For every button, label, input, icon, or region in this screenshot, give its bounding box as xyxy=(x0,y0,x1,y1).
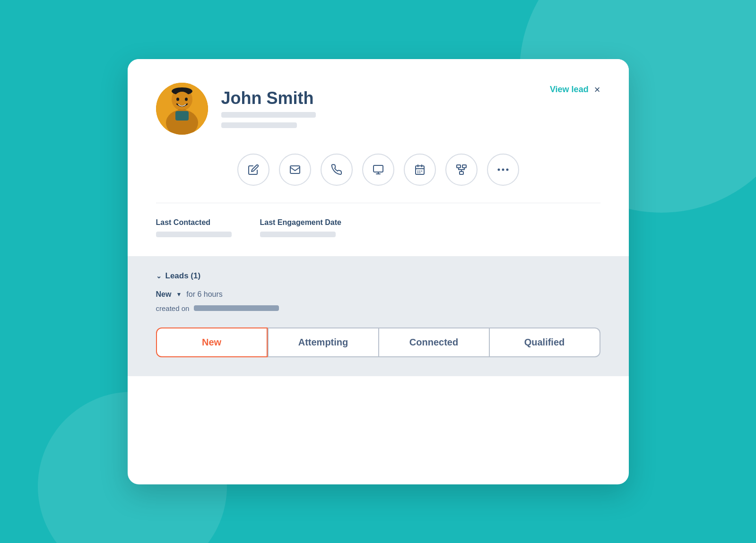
status-buttons-row: New Attempting Connected Qualified xyxy=(156,328,600,357)
contact-detail-1-skeleton xyxy=(221,112,316,118)
email-button[interactable] xyxy=(279,154,311,186)
card-bottom-section: ⌄ Leads (1) New ▼ for 6 hours created on… xyxy=(128,256,629,376)
svg-rect-12 xyxy=(417,171,418,172)
close-button[interactable]: × xyxy=(594,85,600,95)
svg-rect-14 xyxy=(421,171,422,172)
contact-name: John Smith xyxy=(221,89,316,108)
more-button[interactable] xyxy=(487,154,519,186)
svg-rect-4 xyxy=(175,111,189,121)
svg-point-6 xyxy=(174,92,191,110)
last-engagement-label: Last Engagement Date xyxy=(260,218,341,227)
last-contacted-label: Last Contacted xyxy=(156,218,232,227)
action-icons-row xyxy=(156,154,600,186)
screen-button[interactable] xyxy=(362,154,394,186)
created-label: created on xyxy=(156,304,190,312)
fields-row: Last Contacted Last Engagement Date xyxy=(156,218,600,237)
leads-header[interactable]: ⌄ Leads (1) xyxy=(156,271,600,281)
contact-text: John Smith xyxy=(221,89,316,129)
last-engagement-value-skeleton xyxy=(260,232,336,237)
header-row: John Smith View lead × xyxy=(156,83,600,135)
view-lead-link[interactable]: View lead xyxy=(550,85,589,95)
lead-duration-text: for 6 hours xyxy=(186,290,222,299)
svg-point-20 xyxy=(497,168,500,171)
calendar-button[interactable] xyxy=(404,154,436,186)
lead-status-text: New xyxy=(156,290,172,299)
lead-status-row: New ▼ for 6 hours xyxy=(156,290,600,299)
svg-point-21 xyxy=(502,168,504,171)
svg-point-7 xyxy=(176,97,179,101)
workflow-button[interactable] xyxy=(445,154,478,186)
leads-header-label: Leads (1) xyxy=(165,271,201,281)
last-engagement-field: Last Engagement Date xyxy=(260,218,341,237)
contact-detail-2-skeleton xyxy=(221,122,297,128)
status-dropdown-icon[interactable]: ▼ xyxy=(176,291,182,298)
status-qualified-button[interactable]: Qualified xyxy=(490,328,600,357)
header-actions: View lead × xyxy=(550,85,600,95)
contact-info: John Smith xyxy=(156,83,316,135)
last-contacted-field: Last Contacted xyxy=(156,218,232,237)
svg-point-22 xyxy=(506,168,508,171)
status-new-button[interactable]: New xyxy=(156,328,268,357)
svg-rect-13 xyxy=(419,171,420,172)
svg-point-8 xyxy=(185,97,188,101)
svg-rect-10 xyxy=(374,165,383,172)
contact-card: John Smith View lead × xyxy=(128,59,629,484)
edit-button[interactable] xyxy=(237,154,269,186)
status-connected-button[interactable]: Connected xyxy=(379,328,490,357)
status-attempting-button[interactable]: Attempting xyxy=(268,328,379,357)
card-top-section: John Smith View lead × xyxy=(128,59,629,256)
avatar xyxy=(156,83,208,135)
svg-rect-15 xyxy=(417,172,418,173)
phone-button[interactable] xyxy=(321,154,353,186)
last-contacted-value-skeleton xyxy=(156,232,232,237)
chevron-down-icon: ⌄ xyxy=(156,272,162,280)
svg-rect-9 xyxy=(290,166,300,173)
created-on-row: created on xyxy=(156,304,600,312)
svg-rect-16 xyxy=(419,172,420,173)
section-divider xyxy=(156,203,600,203)
created-date-skeleton xyxy=(194,305,279,311)
